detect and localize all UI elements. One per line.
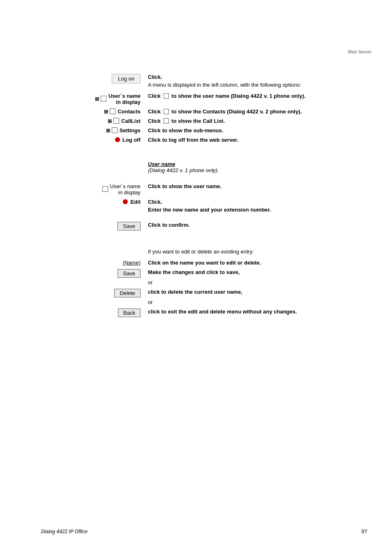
or2-text: or xyxy=(148,299,153,305)
page-header: Web Server xyxy=(348,49,371,54)
expand-icon-calllist: ⊞ xyxy=(108,118,112,124)
back-right: click to exit the edit and delete menu w… xyxy=(148,309,297,315)
inline-checkbox-3 xyxy=(164,118,169,124)
sec2-username-right: Click to show the user name. xyxy=(148,183,221,189)
or1-row: or xyxy=(41,279,367,286)
name-right: Click on the name you want to edit or de… xyxy=(148,260,261,266)
footer-left: Dialog 4422 IP Office xyxy=(41,529,88,534)
section-username-subtitle: (Dialog 4422 v. 1 phone only). xyxy=(148,167,367,173)
checkbox-calllist xyxy=(113,118,119,124)
expand-icon-contacts: ⊞ xyxy=(104,109,108,115)
edit-row: Edit Click. Enter the new name and your … xyxy=(41,199,367,214)
calllist-row: ⊞ CallList Click to show the Call List. xyxy=(41,118,367,124)
logoff-label: Log off xyxy=(122,137,141,143)
expand-icon-settings: ⊞ xyxy=(106,128,110,134)
footer-right: 97 xyxy=(362,528,367,534)
or2-row: or xyxy=(41,299,367,305)
checkbox-contacts xyxy=(110,108,115,114)
edit-right-enter: Enter the new name and your extension nu… xyxy=(148,207,367,213)
logon-button[interactable]: Log on xyxy=(112,74,141,83)
calllist-right: Click to show the Call List. xyxy=(148,118,225,124)
or1-text: or xyxy=(148,279,153,286)
checkbox-users-name xyxy=(101,96,106,101)
users-name-right: Click to show the user name (Dialog 4422… xyxy=(148,93,306,99)
contacts-label: Contacts xyxy=(118,108,141,115)
checkbox-sec2-username xyxy=(102,186,108,192)
save-button[interactable]: Save xyxy=(118,222,141,230)
back-row: Back click to exit the edit and delete m… xyxy=(41,309,367,317)
sec2-username-row: User´s namein display Click to show the … xyxy=(41,183,367,196)
delete-right: click to delete the current user name, xyxy=(148,289,367,295)
save2-right: Make the changes and click to save, xyxy=(148,269,367,275)
logon-right-normal: A menu is displayed in the left column, … xyxy=(148,82,367,88)
delete-row: Delete click to delete the current user … xyxy=(41,289,367,297)
inline-checkbox-1 xyxy=(164,93,169,99)
page-footer: Dialog 4422 IP Office 97 xyxy=(41,528,367,534)
edit-right-click: Click. xyxy=(148,199,367,205)
expand-icon-users-name: ⊞ xyxy=(95,96,99,102)
inline-checkbox-2 xyxy=(164,109,169,114)
save-right: Click to confirm. xyxy=(148,222,190,228)
sec2-username-label: User´s namein display xyxy=(110,183,141,196)
logoff-right: Click to log off from the web server. xyxy=(148,137,238,143)
logoff-row: Log off Click to log off from the web se… xyxy=(41,137,367,143)
edit-label: Edit xyxy=(130,199,141,205)
name-label: (Name) xyxy=(123,260,141,266)
section3-intro: If you want to edit or delete an existin… xyxy=(148,249,367,255)
calllist-label: CallList xyxy=(121,118,141,124)
section-username-title: User name xyxy=(148,161,367,167)
bullet-edit xyxy=(123,199,128,204)
contacts-row: ⊞ Contacts Click to show the Contacts (D… xyxy=(41,108,367,115)
save-row: Save Click to confirm. xyxy=(41,222,367,230)
logon-row: Log on Click. A menu is displayed in the… xyxy=(41,74,367,90)
section-label: Web Server xyxy=(348,49,371,54)
save2-button[interactable]: Save xyxy=(118,269,141,278)
back-button[interactable]: Back xyxy=(118,309,141,317)
save2-row: Save Make the changes and click to save, xyxy=(41,269,367,278)
settings-right: Click to show the sub-menus. xyxy=(148,127,223,134)
users-name-label: User´s namein display xyxy=(108,93,141,105)
delete-button[interactable]: Delete xyxy=(114,289,141,297)
bullet-logoff xyxy=(115,137,120,142)
checkbox-settings xyxy=(112,127,118,133)
users-name-row: ⊞ User´s namein display Click to show th… xyxy=(41,93,367,105)
settings-row: ⊞ Settings Click to show the sub-menus. xyxy=(41,127,367,134)
contacts-right: Click to show the Contacts (Dialog 4422 … xyxy=(148,108,302,115)
name-row: (Name) Click on the name you want to edi… xyxy=(41,260,367,266)
logon-right-bold: Click. xyxy=(148,74,367,80)
settings-label: Settings xyxy=(120,127,141,134)
